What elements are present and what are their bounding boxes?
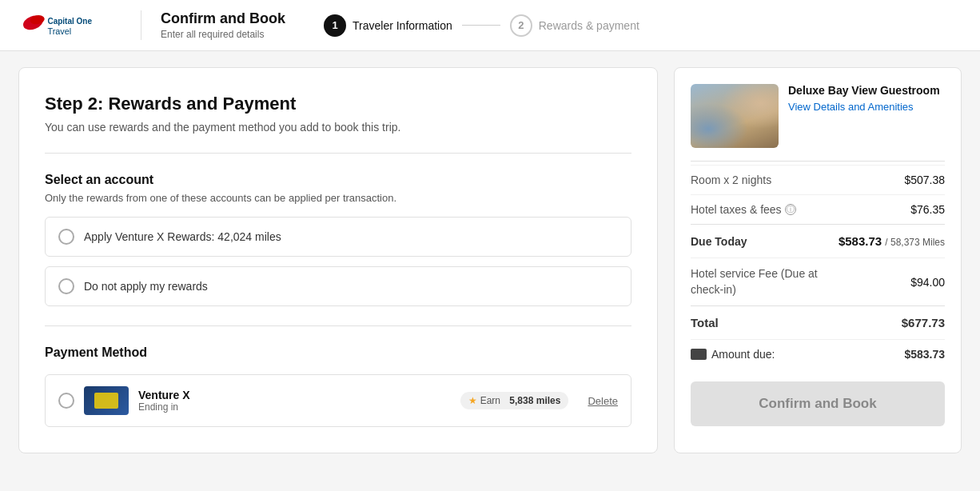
header-confirm-title: Confirm and Book: [161, 10, 285, 27]
payment-method-title: Payment Method: [45, 345, 631, 360]
left-panel: Step 2: Rewards and Payment You can use …: [18, 67, 658, 453]
due-today-miles: 58,373 Miles: [890, 237, 945, 248]
confirm-book-button[interactable]: Confirm and Book: [691, 381, 945, 426]
room-nights-value: $507.38: [904, 174, 945, 186]
step-2-circle: 2: [510, 14, 532, 37]
divider-1: [45, 153, 631, 154]
taxes-info-icon[interactable]: ⓘ: [785, 204, 796, 215]
step-2: 2 Rewards & payment: [510, 14, 639, 37]
due-today-amount: $583.73 / 58,373 Miles: [839, 234, 945, 248]
select-account-desc: Only the rewards from one of these accou…: [45, 192, 631, 204]
payment-section: Payment Method Venture X Ending in ★ Ear…: [45, 345, 631, 427]
reward-option-venture-x-label: Apply Venture X Rewards: 42,024 miles: [84, 230, 281, 243]
divider-2: [45, 325, 631, 326]
due-today-separator: /: [885, 237, 890, 248]
header-title-area: Confirm and Book Enter all required deta…: [141, 10, 285, 40]
taxes-fees-value: $76.35: [910, 203, 945, 216]
amount-due-row: Amount due: $583.73: [691, 339, 945, 369]
earn-badge: ★ Earn 5,838 miles: [460, 392, 569, 409]
section-desc: You can use rewards and the payment meth…: [45, 121, 631, 134]
price-row-room: Room x 2 nights $507.38: [691, 165, 945, 194]
total-row: Total $677.73: [691, 305, 945, 339]
star-icon: ★: [468, 395, 477, 406]
price-row-taxes: Hotel taxes & fees ⓘ $76.35: [691, 194, 945, 224]
view-details-link[interactable]: View Details and Amenities: [788, 101, 914, 113]
hotel-details: Deluxe Bay View Guestroom View Details a…: [788, 84, 940, 148]
radio-no-rewards: [58, 278, 74, 294]
due-today-values: $583.73 / 58,373 Miles: [839, 234, 945, 248]
svg-text:Travel: Travel: [47, 26, 71, 35]
amount-due-label: Amount due:: [691, 348, 775, 361]
card-image-inner: [94, 393, 118, 409]
hotel-image: [691, 84, 779, 148]
hotel-image-visual: [691, 84, 779, 148]
earn-miles: 5,838 miles: [509, 395, 560, 406]
card-name: Venture X: [138, 389, 451, 401]
radio-card: [58, 393, 74, 409]
total-label: Total: [691, 316, 719, 329]
step-1: 1 Traveler Information: [324, 14, 452, 37]
section-title: Step 2: Rewards and Payment: [45, 94, 631, 114]
step-1-label: Traveler Information: [353, 19, 452, 32]
service-fee-row: Hotel service Fee (Due at check-in) $94.…: [691, 257, 945, 305]
room-nights-label: Room x 2 nights: [691, 174, 771, 186]
card-info: Venture X Ending in: [138, 389, 451, 413]
total-value: $677.73: [902, 316, 945, 329]
hotel-name: Deluxe Bay View Guestroom: [788, 84, 940, 97]
amount-due-value: $583.73: [904, 348, 945, 361]
service-fee-label: Hotel service Fee (Due at check-in): [691, 266, 835, 297]
card-image: [84, 386, 129, 415]
reward-option-venture-x[interactable]: Apply Venture X Rewards: 42,024 miles: [45, 217, 631, 257]
right-panel: Deluxe Bay View Guestroom View Details a…: [674, 67, 962, 453]
stepper: 1 Traveler Information 2 Rewards & payme…: [324, 14, 639, 37]
card-ending: Ending in: [138, 401, 451, 413]
capital-one-travel-logo: Capital One Travel: [19, 10, 115, 42]
step-connector: [462, 25, 500, 26]
card-small-icon: [691, 349, 707, 360]
hotel-info: Deluxe Bay View Guestroom View Details a…: [691, 84, 945, 148]
select-account-title: Select an account: [45, 173, 631, 187]
earn-prefix: Earn: [480, 395, 500, 406]
due-today-label: Due Today: [691, 235, 747, 248]
radio-venture-x: [58, 229, 74, 245]
taxes-fees-label: Hotel taxes & fees ⓘ: [691, 203, 796, 216]
step-1-circle: 1: [324, 14, 346, 37]
step-2-label: Rewards & payment: [539, 19, 639, 32]
service-fee-value: $94.00: [910, 276, 945, 289]
logo-area: Capital One Travel: [19, 10, 115, 42]
svg-text:Capital One: Capital One: [47, 17, 92, 26]
header-subtitle: Enter all required details: [161, 29, 285, 40]
due-today-row: Due Today $583.73 / 58,373 Miles: [691, 224, 945, 257]
header: Capital One Travel Confirm and Book Ente…: [0, 0, 980, 51]
reward-option-no-rewards[interactable]: Do not apply my rewards: [45, 266, 631, 306]
card-option: Venture X Ending in ★ Earn 5,838 miles D…: [45, 374, 631, 427]
delete-card-button[interactable]: Delete: [588, 395, 618, 407]
reward-option-no-rewards-label: Do not apply my rewards: [84, 280, 208, 293]
main-content: Step 2: Rewards and Payment You can use …: [2, 51, 978, 469]
